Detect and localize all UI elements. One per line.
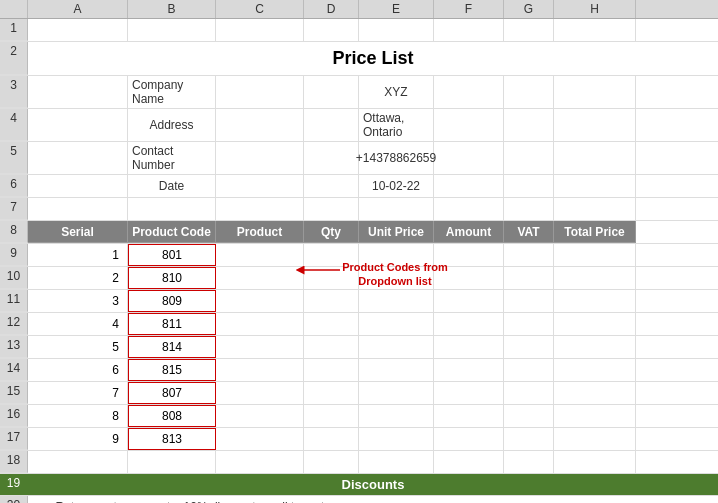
- col-header-e: D: [304, 0, 359, 18]
- cell-16-vat: [504, 405, 554, 427]
- cell-7b: [28, 198, 128, 220]
- row-num-4: 4: [0, 109, 28, 141]
- cell-13-code[interactable]: 814: [128, 336, 216, 358]
- cell-15-vat: [504, 382, 554, 404]
- header-serial: Serial: [28, 221, 128, 243]
- cell-7h: [504, 198, 554, 220]
- cell-6e: [304, 175, 359, 197]
- cell-16-code[interactable]: 808: [128, 405, 216, 427]
- cell-3i: [554, 76, 636, 108]
- cell-6h: [504, 175, 554, 197]
- row-17: 17 9 813: [0, 428, 718, 451]
- cell-10-serial: 2: [28, 267, 128, 289]
- col-header-h: G: [504, 0, 554, 18]
- cell-14-product: [216, 359, 304, 381]
- row-7: 7: [0, 198, 718, 221]
- cell-12-vat: [504, 313, 554, 335]
- cell-10-unit-price: [359, 267, 434, 289]
- cell-3d: [216, 76, 304, 108]
- cell-11-amount: [434, 290, 504, 312]
- cell-9-serial: 1: [28, 244, 128, 266]
- cell-12-total-price: [554, 313, 636, 335]
- discount-item-1: • Return customers get a 10% discount on…: [28, 496, 718, 503]
- row-num-19: 19: [0, 474, 28, 495]
- row-20: 20 • Return customers get a 10% discount…: [0, 496, 718, 503]
- cell-13-qty: [304, 336, 359, 358]
- cell-14-unit-price: [359, 359, 434, 381]
- cell-5d: [216, 142, 304, 174]
- cell-3h: [504, 76, 554, 108]
- cell-1b: [28, 19, 128, 41]
- header-amount: Amount: [434, 221, 504, 243]
- address-label: Address: [128, 109, 216, 141]
- cell-7f: [359, 198, 434, 220]
- cell-1f: [359, 19, 434, 41]
- header-qty: Qty: [304, 221, 359, 243]
- cell-15-code[interactable]: 807: [128, 382, 216, 404]
- row-num-5: 5: [0, 142, 28, 174]
- cell-10-code[interactable]: 810: [128, 267, 216, 289]
- cell-12-code[interactable]: 811: [128, 313, 216, 335]
- row-15: 15 7 807: [0, 382, 718, 405]
- cell-4h: [504, 109, 554, 141]
- cell-14-vat: [504, 359, 554, 381]
- cell-18h: [504, 451, 554, 473]
- cell-9-code[interactable]: 801: [128, 244, 216, 266]
- contact-label: Contact Number: [128, 142, 216, 174]
- cell-17-vat: [504, 428, 554, 450]
- cell-5i: [554, 142, 636, 174]
- cell-15-amount: [434, 382, 504, 404]
- cell-18i: [554, 451, 636, 473]
- cell-12-product: [216, 313, 304, 335]
- cell-6b: [28, 175, 128, 197]
- cell-5b: [28, 142, 128, 174]
- cell-12-qty: [304, 313, 359, 335]
- cell-3b: [28, 76, 128, 108]
- cell-6g: [434, 175, 504, 197]
- cell-9-unit-price: [359, 244, 434, 266]
- cell-11-unit-price: [359, 290, 434, 312]
- col-header-g: F: [434, 0, 504, 18]
- cell-13-unit-price: [359, 336, 434, 358]
- row-num-15: 15: [0, 382, 28, 404]
- row-num-13: 13: [0, 336, 28, 358]
- cell-10-qty: [304, 267, 359, 289]
- cell-12-serial: 4: [28, 313, 128, 335]
- col-header-i: H: [554, 0, 636, 18]
- cell-17-total-price: [554, 428, 636, 450]
- cell-11-code[interactable]: 809: [128, 290, 216, 312]
- cell-9-vat: [504, 244, 554, 266]
- header-unit-price: Unit Price: [359, 221, 434, 243]
- cell-15-serial: 7: [28, 382, 128, 404]
- row-8-table-header: 8 Serial Product Code Product Qty Unit P…: [0, 221, 718, 244]
- cell-7c: [128, 198, 216, 220]
- row-16: 16 8 808: [0, 405, 718, 428]
- cell-11-product: [216, 290, 304, 312]
- cell-3g: [434, 76, 504, 108]
- cell-4b: [28, 109, 128, 141]
- header-product: Product: [216, 221, 304, 243]
- date-label: Date: [128, 175, 216, 197]
- row-2-title: 2 Price List: [0, 42, 718, 76]
- company-name-value: XYZ: [359, 76, 434, 108]
- row-3: 3 Company Name XYZ: [0, 76, 718, 109]
- col-header-d: C: [216, 0, 304, 18]
- cell-6d: [216, 175, 304, 197]
- row-num-2: 2: [0, 42, 28, 75]
- header-product-code: Product Code: [128, 221, 216, 243]
- cell-17-serial: 9: [28, 428, 128, 450]
- row-num-8: 8: [0, 221, 28, 243]
- cell-16-product: [216, 405, 304, 427]
- cell-13-vat: [504, 336, 554, 358]
- cell-18d: [216, 451, 304, 473]
- cell-1g: [434, 19, 504, 41]
- col-header-b: A: [28, 0, 128, 18]
- row-11: 11 3 809: [0, 290, 718, 313]
- cell-17-unit-price: [359, 428, 434, 450]
- row-num-12: 12: [0, 313, 28, 335]
- cell-17-code[interactable]: 813: [128, 428, 216, 450]
- row-10: 10 2 810: [0, 267, 718, 290]
- cell-14-code[interactable]: 815: [128, 359, 216, 381]
- cell-7d: [216, 198, 304, 220]
- data-rows: 9 1 801 10 2 810 11 3 809: [0, 244, 718, 451]
